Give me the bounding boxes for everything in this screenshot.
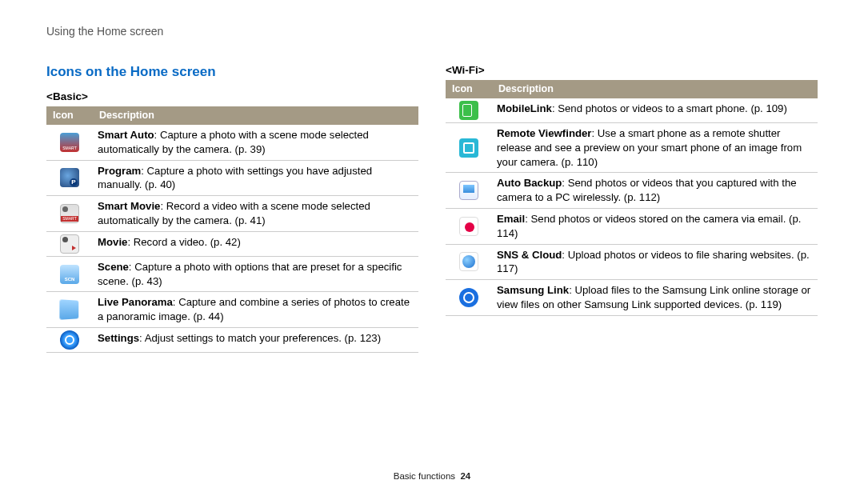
- samsunglink-icon: [459, 288, 478, 307]
- icon-cell: [446, 173, 492, 209]
- description-term: SNS & Cloud: [497, 249, 562, 261]
- description-cell: Email: Send photos or videos stored on t…: [492, 209, 818, 245]
- smart-movie-icon: [60, 204, 79, 223]
- th-description: Description: [492, 80, 818, 98]
- description-text: : Capture a photo with options that are …: [98, 261, 402, 287]
- icon-cell: [46, 292, 93, 328]
- icon-cell: [446, 209, 492, 245]
- mobilelink-icon: [459, 101, 478, 120]
- description-cell: Samsung Link: Upload files to the Samsun…: [492, 280, 818, 316]
- description-term: Settings: [98, 332, 139, 344]
- description-term: Movie: [98, 236, 127, 248]
- th-description: Description: [93, 106, 418, 125]
- movie-icon: [60, 234, 79, 254]
- icon-cell: [446, 244, 492, 280]
- table-row: SNS & Cloud: Upload photos or videos to …: [446, 244, 818, 280]
- breadcrumb: Using the Home screen: [46, 24, 818, 39]
- table-row: MobileLink: Send photos or videos to a s…: [446, 98, 818, 123]
- snscloud-icon: [459, 252, 478, 271]
- th-icon: Icon: [446, 80, 492, 98]
- description-cell: Movie: Record a video. (p. 42): [93, 231, 418, 256]
- th-icon: Icon: [46, 106, 93, 125]
- page: Using the Home screen Icons on the Home …: [0, 0, 864, 353]
- description-text: : Adjust settings to match your preferen…: [139, 332, 381, 344]
- description-term: Auto Backup: [497, 177, 562, 189]
- description-cell: Settings: Adjust settings to match your …: [93, 328, 418, 353]
- icon-cell: [446, 122, 492, 172]
- panorama-icon: [59, 300, 78, 320]
- description-term: MobileLink: [497, 102, 552, 114]
- icon-cell: [46, 125, 93, 160]
- footer-page-number: 24: [460, 471, 470, 481]
- description-cell: Remote Viewfinder: Use a smart phone as …: [492, 122, 818, 172]
- description-term: Scene: [98, 261, 129, 273]
- description-term: Live Panorama: [98, 296, 173, 308]
- icon-cell: [46, 196, 93, 232]
- table-row: Smart Auto: Capture a photo with a scene…: [46, 125, 418, 160]
- description-cell: MobileLink: Send photos or videos to a s…: [492, 98, 818, 123]
- table-row: Program: Capture a photo with settings y…: [46, 160, 418, 196]
- description-term: Smart Auto: [98, 129, 154, 141]
- left-column: Icons on the Home screen <Basic> Icon De…: [46, 63, 418, 353]
- description-text: : Send photos or videos to a smart phone…: [552, 102, 787, 114]
- description-term: Program: [98, 165, 141, 177]
- icon-cell: [46, 160, 93, 196]
- table-row: Auto Backup: Send photos or videos that …: [446, 173, 818, 209]
- autobackup-icon: [459, 181, 478, 200]
- section-title: Icons on the Home screen: [46, 63, 418, 82]
- table-row: Scene: Capture a photo with options that…: [46, 256, 418, 292]
- table-row: Smart Movie: Record a video with a scene…: [46, 196, 418, 232]
- icon-cell: [46, 231, 93, 256]
- smart-auto-icon: [60, 133, 79, 152]
- icon-cell: [446, 280, 492, 316]
- settings-icon: [60, 330, 79, 350]
- table-row: Email: Send photos or videos stored on t…: [446, 209, 818, 245]
- table-row: Samsung Link: Upload files to the Samsun…: [446, 280, 818, 316]
- page-footer: Basic functions 24: [0, 470, 864, 483]
- program-icon: [60, 168, 79, 187]
- icon-cell: [46, 328, 93, 353]
- description-cell: Smart Auto: Capture a photo with a scene…: [93, 125, 418, 160]
- email-icon: [459, 217, 478, 236]
- description-term: Samsung Link: [497, 284, 569, 296]
- description-cell: SNS & Cloud: Upload photos or videos to …: [492, 244, 818, 280]
- description-cell: Scene: Capture a photo with options that…: [93, 256, 418, 292]
- wifi-icons-table: Icon Description MobileLink: Send photos…: [446, 80, 818, 316]
- table-row: Movie: Record a video. (p. 42): [46, 231, 418, 256]
- description-text: : Send photos or videos stored on the ca…: [497, 213, 801, 239]
- icon-cell: [46, 256, 93, 292]
- remoteview-icon: [459, 138, 478, 158]
- description-term: Email: [497, 213, 525, 225]
- description-cell: Auto Backup: Send photos or videos that …: [492, 173, 818, 209]
- scene-icon: [60, 265, 79, 284]
- table-row: Live Panorama: Capture and combine a ser…: [46, 292, 418, 328]
- description-cell: Live Panorama: Capture and combine a ser…: [93, 292, 418, 328]
- table-row: Settings: Adjust settings to match your …: [46, 328, 418, 353]
- right-column: <Wi-Fi> Icon Description MobileLink: Sen…: [446, 63, 818, 353]
- footer-section: Basic functions: [394, 471, 455, 481]
- icon-cell: [446, 98, 492, 123]
- table-row: Remote Viewfinder: Use a smart phone as …: [446, 122, 818, 172]
- description-term: Remote Viewfinder: [497, 127, 591, 139]
- description-term: Smart Movie: [98, 200, 160, 212]
- description-cell: Program: Capture a photo with settings y…: [93, 160, 418, 196]
- wifi-subheader: <Wi-Fi>: [446, 63, 818, 78]
- description-cell: Smart Movie: Record a video with a scene…: [93, 196, 418, 232]
- basic-icons-table: Icon Description Smart Auto: Capture a p…: [46, 106, 418, 353]
- basic-subheader: <Basic>: [46, 90, 418, 104]
- content-columns: Icons on the Home screen <Basic> Icon De…: [46, 63, 818, 353]
- description-text: : Record a video. (p. 42): [127, 236, 240, 248]
